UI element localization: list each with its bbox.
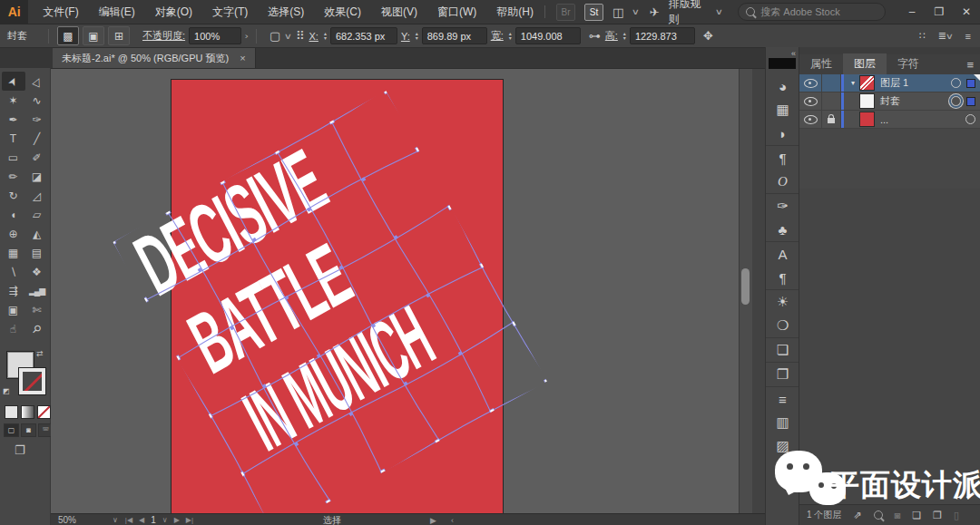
minimize-button[interactable]: –: [898, 5, 926, 18]
width-stepper[interactable]: ▴▾: [509, 32, 512, 41]
paintbrush-tool[interactable]: ✐: [25, 148, 49, 167]
lock-toggle[interactable]: [822, 92, 841, 110]
visibility-toggle[interactable]: [799, 74, 822, 92]
free-transform-tool[interactable]: ▱: [25, 205, 49, 224]
width-field[interactable]: 1049.008: [515, 27, 581, 44]
none-button[interactable]: [37, 405, 51, 419]
mesh-tool[interactable]: ▦: [2, 243, 25, 262]
layer-name[interactable]: 图层 1: [880, 76, 951, 90]
collapse-dock-icon[interactable]: «: [791, 49, 796, 58]
brushes-panel-icon[interactable]: ✑: [766, 194, 799, 218]
width-label[interactable]: 宽:: [491, 29, 504, 43]
selection-tool[interactable]: ➤: [2, 72, 25, 91]
locate-object-icon[interactable]: [874, 510, 883, 520]
pencil-tool[interactable]: ✏: [2, 167, 25, 186]
canvas-area[interactable]: DECISIVE BATTLE IN MUNICH: [51, 69, 752, 513]
zoom-level[interactable]: 50%: [51, 515, 105, 525]
visibility-toggle[interactable]: [799, 92, 822, 110]
y-stepper[interactable]: ▴▾: [416, 32, 418, 41]
menu-item-8[interactable]: 帮助(H): [496, 5, 534, 20]
shape-builder-tool[interactable]: ⊕: [2, 224, 25, 243]
stock-icon[interactable]: St: [584, 4, 603, 21]
layer-thumbnail[interactable]: [859, 112, 875, 127]
layer-row[interactable]: ...: [799, 111, 980, 129]
last-artboard-icon[interactable]: ▶|: [186, 516, 193, 524]
align-panel-icon[interactable]: ▤: [766, 458, 799, 481]
rotate-tool[interactable]: ↻: [2, 186, 25, 205]
visibility-toggle[interactable]: [799, 111, 822, 128]
gradient-tool[interactable]: ▤: [25, 243, 49, 262]
stock-search-input[interactable]: 搜索 Adobe Stock: [738, 3, 886, 21]
draw-normal-mode[interactable]: ▢: [4, 423, 19, 437]
zoom-dropdown-icon[interactable]: ∨: [113, 516, 118, 524]
artboard-dropdown-icon[interactable]: ∨: [162, 516, 168, 524]
close-button[interactable]: ✕: [953, 5, 980, 18]
layer-name[interactable]: ...: [880, 114, 965, 125]
status-angle-icon[interactable]: ‹: [451, 516, 454, 525]
menu-item-7[interactable]: 窗口(W): [437, 5, 476, 20]
edit-contents-button[interactable]: ▣: [83, 26, 104, 45]
panel-menu-icon[interactable]: ≡: [966, 58, 974, 72]
menu-item-1[interactable]: 编辑(E): [99, 5, 135, 20]
pen-tool[interactable]: ✒: [2, 110, 25, 129]
height-field[interactable]: 1229.873: [630, 27, 695, 44]
vertical-scrollbar[interactable]: [739, 69, 752, 513]
transform-icon[interactable]: ✥: [703, 29, 713, 43]
layer-row[interactable]: ▾ 图层 1: [799, 74, 980, 92]
tab-properties[interactable]: 属性: [799, 53, 843, 74]
typeset-rule-dropdown[interactable]: 排版规则 ∨: [669, 0, 721, 27]
menu-item-6[interactable]: 视图(V): [381, 5, 417, 20]
character-styles-panel-icon[interactable]: A: [766, 242, 799, 266]
layer-thumbnail[interactable]: [859, 93, 875, 109]
document-tab[interactable]: 未标题-2.ai* @ 50% (RGB/GPU 预览) ×: [53, 48, 256, 68]
paragraph-styles-panel-icon[interactable]: ¶: [766, 266, 799, 290]
menu-item-2[interactable]: 对象(O): [155, 5, 192, 20]
first-artboard-icon[interactable]: |◀: [125, 516, 132, 524]
expand-layer-icon[interactable]: ▾: [847, 79, 859, 87]
magic-wand-tool[interactable]: ✶: [2, 91, 25, 110]
height-stepper[interactable]: ▴▾: [623, 32, 626, 41]
bridge-icon[interactable]: Br: [556, 4, 575, 21]
new-layer-icon[interactable]: ❐: [933, 510, 942, 521]
reference-point-icon[interactable]: ⠿: [296, 29, 305, 43]
perspective-grid-tool[interactable]: ◭: [25, 224, 49, 243]
lasso-tool[interactable]: ∿: [25, 91, 49, 110]
menu-item-4[interactable]: 选择(S): [268, 5, 304, 20]
collect-export-icon[interactable]: ⇗: [853, 510, 861, 521]
transparency-panel-icon[interactable]: ▨: [766, 434, 799, 458]
height-label[interactable]: 高:: [605, 29, 618, 43]
column-graph-tool[interactable]: ▂▄▆: [25, 281, 49, 300]
stroke-swatch[interactable]: [19, 368, 45, 394]
hand-tool[interactable]: ☝: [2, 319, 25, 338]
blend-tool[interactable]: ❖: [25, 262, 49, 281]
layer-thumbnail[interactable]: [859, 75, 875, 91]
draw-behind-mode[interactable]: ◙: [21, 423, 36, 437]
width-tool[interactable]: ◖: [2, 205, 25, 224]
layout-switcher-icon[interactable]: ◫: [612, 5, 623, 19]
tab-character[interactable]: 字符: [887, 53, 930, 74]
paragraph-panel-icon[interactable]: ¶: [766, 146, 799, 170]
workspace-icon[interactable]: ≣∨: [938, 30, 953, 42]
artboards-panel-icon[interactable]: ❐: [766, 363, 799, 387]
slice-tool[interactable]: ✄: [25, 300, 49, 319]
line-segment-tool[interactable]: ╱: [25, 129, 49, 148]
x-field[interactable]: 682.353 px: [330, 27, 397, 44]
lock-toggle[interactable]: [822, 111, 841, 128]
envelope-options-button[interactable]: ⊞: [108, 26, 130, 45]
grid-dots-icon[interactable]: ∷: [919, 30, 926, 42]
swatches-panel-icon[interactable]: ▦: [766, 98, 799, 122]
x-stepper[interactable]: ▴▾: [324, 32, 327, 41]
rectangle-tool[interactable]: ▭: [2, 148, 25, 167]
clipping-mask-icon[interactable]: ◙: [895, 510, 901, 520]
swap-fill-stroke-icon[interactable]: ⇄: [36, 349, 44, 358]
artboard-poster[interactable]: DECISIVE BATTLE IN MUNICH: [171, 79, 504, 513]
delete-layer-icon[interactable]: ▯: [954, 510, 959, 521]
color-panel-icon[interactable]: ◕: [766, 74, 799, 98]
target-circle-icon[interactable]: [965, 114, 975, 124]
eyedropper-tool[interactable]: ∖: [2, 262, 25, 281]
y-field[interactable]: 869.89 px: [422, 27, 487, 44]
pathfinder-panel-icon[interactable]: ❏: [766, 338, 799, 363]
menu-item-0[interactable]: 文件(F): [43, 5, 78, 20]
chevron-down-icon[interactable]: ∨: [632, 7, 640, 16]
prev-artboard-icon[interactable]: ◀: [139, 516, 144, 524]
